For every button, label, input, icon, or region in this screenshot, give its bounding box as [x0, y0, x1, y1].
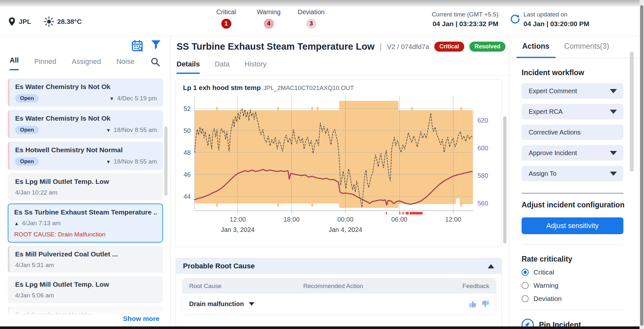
- tab-details[interactable]: Details: [177, 60, 200, 74]
- workflow-dropdown-expert-rca[interactable]: Expert RCA: [522, 104, 623, 119]
- svg-text:560: 560: [477, 200, 488, 207]
- list-item[interactable]: Es Lpg Mill Outlet Temp. Low4/Jan 5:06 a…: [8, 276, 163, 303]
- panel-tab-comments[interactable]: Comments(3): [564, 42, 609, 51]
- severity-count-badge[interactable]: 3: [306, 19, 316, 29]
- chevron-down-icon[interactable]: [249, 302, 255, 305]
- workflow-dropdown-expert-comment[interactable]: Expert Comment: [522, 83, 623, 99]
- list-item-title: Es Lpg Mill Outlet Temp. Low: [15, 281, 157, 288]
- radio-label: Critical: [533, 268, 554, 276]
- incident-tabs: DetailsDataHistory: [177, 60, 266, 74]
- svg-text:00:00: 00:00: [337, 216, 353, 223]
- temperature-label: 28.38°C: [57, 18, 82, 25]
- list-item-title: Es Water Chemistry Is Not Ok: [15, 115, 157, 122]
- severity-count-badge[interactable]: 1: [221, 19, 231, 29]
- panel-scrollbar[interactable]: [630, 52, 634, 172]
- chevron-down-icon[interactable]: ▼: [106, 128, 111, 133]
- probable-root-cause-card: Probable Root Cause Root CauseRecommende…: [176, 258, 502, 326]
- svg-text:620: 620: [477, 117, 488, 124]
- sidebar-tab-all[interactable]: All: [10, 56, 19, 70]
- sidebar-tab-noise[interactable]: Noise: [116, 57, 134, 70]
- radio-label: Deviation: [533, 295, 562, 303]
- chevron-down-icon[interactable]: ▼: [106, 159, 111, 164]
- workflow-dropdown-corrective-actions[interactable]: Corrective Actions: [522, 125, 623, 140]
- incident-list: Es Water Chemistry Is Not OkOpen▼4/Dec 5…: [8, 78, 163, 323]
- sidebar-tab-assigned[interactable]: Assigned: [72, 57, 101, 70]
- list-item-meta: 4/Jan 5:31 am: [15, 262, 157, 269]
- status-badge: Open: [15, 157, 39, 166]
- incident-title: SS Turbine Exhaust Steam Temperature Low: [177, 41, 375, 52]
- adjust-config-title: Adjust incident configuration: [522, 201, 624, 209]
- thumbs-down-icon[interactable]: [481, 300, 489, 308]
- root-cause-row: Drain malfunction: [183, 294, 496, 314]
- tabs-divider: [171, 75, 509, 75]
- filter-icon[interactable]: [151, 40, 161, 53]
- list-item[interactable]: Es Water Chemistry Is Not OkOpen▼4/Dec 5…: [8, 78, 163, 107]
- list-item-time-group: 4/Jan 5:31 am: [15, 262, 54, 269]
- location-label: JPL: [19, 18, 31, 25]
- workflow-dropdown-assign-to[interactable]: Assign To: [522, 166, 623, 181]
- actions-panel: ActionsComments(3) Incident workflow Exp…: [509, 36, 639, 326]
- list-item-meta: Open▼4/Dec 5:19 pm: [15, 94, 157, 103]
- list-item-time: 18/Nov 8:55 am: [114, 158, 157, 165]
- feedback-cell: [444, 300, 489, 308]
- sidebar-tabs: AllPinnedAssignedNoise: [10, 56, 134, 70]
- list-item[interactable]: Es Hotwell Chemistry Not NormalOpen▼18/N…: [8, 142, 163, 170]
- list-item[interactable]: Es Water Chemistry Is Not OkOpen▼18/Nov …: [8, 110, 163, 138]
- dropdown-label: Approve Incident: [529, 149, 577, 157]
- sidebar-scrollbar[interactable]: [164, 126, 168, 196]
- list-item-meta: ▲4/Jan 7:13 am: [14, 220, 157, 227]
- list-item-time: 18/Nov 8:55 am: [114, 126, 157, 134]
- last-updated-value: 04 Jan | 03:20:00 PM: [524, 20, 589, 28]
- list-item-time: 4/Jan 5:31 am: [15, 262, 54, 269]
- show-more-link[interactable]: Show more: [123, 315, 159, 323]
- radio-button[interactable]: [522, 269, 529, 276]
- panel-tab-actions[interactable]: Actions: [522, 42, 549, 51]
- chevron-down-icon: [610, 172, 617, 176]
- list-item[interactable]: Es Lpg Mill Outlet Temp. Low4/Jan 10:22 …: [8, 173, 163, 200]
- radio-button[interactable]: [522, 295, 529, 302]
- status-badge: Open: [15, 94, 39, 103]
- svg-text:44: 44: [184, 193, 191, 200]
- sidebar-tab-pinned[interactable]: Pinned: [34, 57, 56, 70]
- panel-active-tab-underline: [516, 57, 556, 58]
- radio-label: Warning: [533, 282, 558, 289]
- refresh-icon[interactable]: [510, 14, 521, 25]
- trend-chart[interactable]: 444648505256058060062012:0018:0000:0006:…: [179, 94, 499, 245]
- svg-text:18:00: 18:00: [284, 216, 300, 223]
- current-time-block: Current time (GMT +5.5) 04 Jan | 03:23:3…: [432, 11, 498, 28]
- list-item-title: Es Ss Turbine Exhaust Steam Temperature …: [14, 208, 157, 216]
- incident-header: SS Turbine Exhaust Steam Temperature Low…: [177, 41, 505, 52]
- tab-history[interactable]: History: [245, 60, 266, 74]
- chart-title-tag: JPL_2MAC10CT021AXQ10.OUT: [264, 85, 354, 91]
- list-item-title: Es Mill Pulverized Coal Outlet ...: [15, 250, 157, 258]
- dropdown-label: Expert Comment: [529, 87, 577, 95]
- weather-group: 28.38°C: [43, 16, 82, 27]
- severity-stat-deviation: Deviation3: [295, 8, 327, 29]
- chevron-down-icon[interactable]: ▼: [110, 96, 114, 101]
- list-item-time: 4/Jan 5:06 am: [15, 292, 54, 299]
- radio-critical[interactable]: Critical: [522, 268, 554, 276]
- list-item-title: Es Hotwell Chemistry Not Normal: [15, 146, 157, 154]
- search-icon[interactable]: [151, 57, 160, 68]
- calendar-icon[interactable]: [132, 40, 143, 53]
- radio-button[interactable]: [522, 282, 529, 289]
- list-item[interactable]: Es Mill Pulverized Coal Outlet ...4/Jan …: [8, 246, 163, 273]
- list-item-time-group: ▲4/Jan 7:13 am: [14, 220, 61, 227]
- list-item[interactable]: Es Ss Turbine Exhaust Steam Temperature …: [8, 204, 163, 243]
- last-updated-label: Last updated on: [524, 11, 589, 18]
- workflow-dropdown-approve-incident[interactable]: Approve Incident: [522, 145, 623, 161]
- tab-data[interactable]: Data: [215, 60, 229, 74]
- thumbs-up-icon[interactable]: [469, 300, 477, 308]
- chevron-up-icon[interactable]: ▲: [14, 221, 19, 226]
- adjust-sensitivity-button[interactable]: Adjust sensitivity: [522, 217, 623, 234]
- radio-warning[interactable]: Warning: [522, 282, 558, 289]
- pin-incident-button[interactable]: Pin Incident: [522, 319, 581, 326]
- collapse-icon[interactable]: [488, 264, 494, 268]
- main-scrollbar[interactable]: [503, 116, 506, 244]
- radio-deviation[interactable]: Deviation: [522, 295, 562, 303]
- section-divider: [522, 310, 623, 310]
- root-cause-header[interactable]: Probable Root Cause: [176, 258, 501, 274]
- severity-count-badge[interactable]: 4: [264, 19, 274, 29]
- window-scrollbar[interactable]: [640, 5, 643, 326]
- column-header: Feedback: [444, 283, 489, 290]
